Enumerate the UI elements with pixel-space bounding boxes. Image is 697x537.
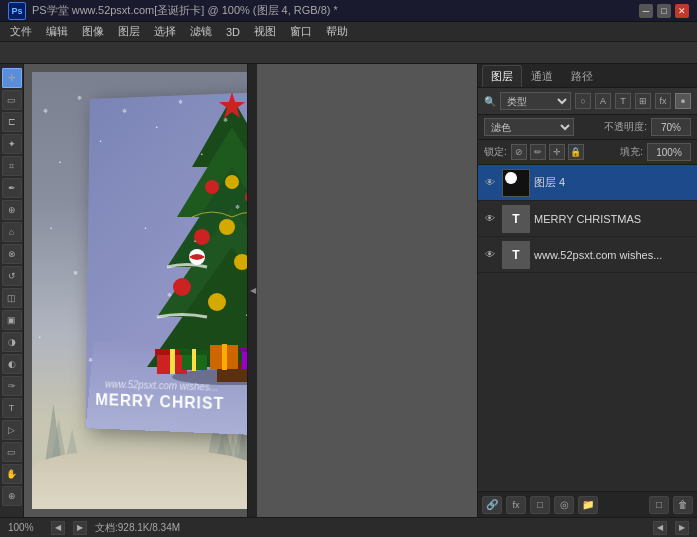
magic-wand-tool[interactable]: ✦ [2, 134, 22, 154]
snowflake: ❄ [43, 107, 48, 114]
close-button[interactable]: ✕ [675, 4, 689, 18]
filter-btn-5[interactable]: fx [655, 93, 671, 109]
new-layer-btn[interactable]: □ [649, 496, 669, 514]
zoom-level: 100% [8, 522, 43, 533]
lock-icons: ⊘ ✏ ✛ 🔒 [511, 144, 584, 160]
scroll-left-btn[interactable]: ◀ [653, 521, 667, 535]
menu-3d[interactable]: 3D [220, 24, 246, 40]
layer-name-merry: MERRY CHRISTMAS [534, 213, 693, 225]
window-title: PS学堂 www.52psxt.com[圣诞折卡] @ 100% (图层 4, … [32, 3, 338, 18]
pen-tool[interactable]: ✑ [2, 376, 22, 396]
path-select-tool[interactable]: ▷ [2, 420, 22, 440]
filter-btn-3[interactable]: T [615, 93, 631, 109]
tab-paths[interactable]: 路径 [562, 65, 602, 87]
heal-tool[interactable]: ⊕ [2, 200, 22, 220]
eyedropper-tool[interactable]: ✒ [2, 178, 22, 198]
layer-visibility-merry[interactable]: 👁 [482, 211, 498, 227]
svg-point-20 [173, 278, 191, 296]
layer-item-website[interactable]: 👁 T www.52psxt.com wishes... [478, 237, 697, 273]
lock-paint-btn[interactable]: ✏ [530, 144, 546, 160]
tab-channels[interactable]: 通道 [522, 65, 562, 87]
blend-mode-select[interactable]: 滤色 [484, 118, 574, 136]
title-bar-controls[interactable]: ─ □ ✕ [639, 4, 689, 18]
blend-mode-row: 滤色 不透明度: [478, 115, 697, 140]
layer-visibility-website[interactable]: 👁 [482, 247, 498, 263]
svg-point-22 [225, 175, 239, 189]
scroll-right-btn[interactable]: ▶ [675, 521, 689, 535]
lock-transparent-btn[interactable]: ⊘ [511, 144, 527, 160]
filter-btn-1[interactable]: ○ [575, 93, 591, 109]
history-brush-tool[interactable]: ↺ [2, 266, 22, 286]
filter-toggle[interactable]: ● [675, 93, 691, 109]
ps-icon: Ps [8, 2, 26, 20]
layer-thumb-4 [502, 169, 530, 197]
menu-filter[interactable]: 滤镜 [184, 22, 218, 41]
clone-tool[interactable]: ⊗ [2, 244, 22, 264]
layer-item-4[interactable]: 👁 图层 4 [478, 165, 697, 201]
zoom-tool[interactable]: ⊕ [2, 486, 22, 506]
blur-tool[interactable]: ◑ [2, 332, 22, 352]
canvas-area: www.52psxt.com wishes... MERRY CHRIST [24, 64, 477, 517]
snowflake: ❄ [77, 94, 82, 101]
panel-bottom: 🔗 fx □ ◎ 📁 □ 🗑 [478, 491, 697, 517]
lock-label: 锁定: [484, 145, 507, 159]
prev-btn[interactable]: ◀ [51, 521, 65, 535]
menu-select[interactable]: 选择 [148, 22, 182, 41]
menu-image[interactable]: 图像 [76, 22, 110, 41]
next-btn[interactable]: ▶ [73, 521, 87, 535]
tab-layers[interactable]: 图层 [482, 65, 522, 87]
add-mask-btn[interactable]: □ [530, 496, 550, 514]
snowflake: • [59, 159, 61, 165]
title-bar: Ps PS学堂 www.52psxt.com[圣诞折卡] @ 100% (图层 … [0, 0, 697, 22]
lock-all-btn[interactable]: 🔒 [568, 144, 584, 160]
filter-btn-4[interactable]: ⊞ [635, 93, 651, 109]
hand-tool[interactable]: ✋ [2, 464, 22, 484]
lock-move-btn[interactable]: ✛ [549, 144, 565, 160]
move-tool[interactable]: ✛ [2, 68, 22, 88]
layer-item-merry[interactable]: 👁 T MERRY CHRISTMAS [478, 201, 697, 237]
workspace: ✛ ▭ ⊏ ✦ ⌗ ✒ ⊕ ⌂ ⊗ ↺ ◫ ▣ ◑ ◐ ✑ T ▷ ▭ ✋ ⊕ [0, 64, 697, 517]
filter-type-select[interactable]: 类型 [500, 92, 571, 110]
link-layers-btn[interactable]: 🔗 [482, 496, 502, 514]
lasso-tool[interactable]: ⊏ [2, 112, 22, 132]
layer-visibility-4[interactable]: 👁 [482, 175, 498, 191]
svg-rect-33 [192, 349, 196, 371]
minimize-button[interactable]: ─ [639, 4, 653, 18]
type-tool[interactable]: T [2, 398, 22, 418]
filter-btn-2[interactable]: A [595, 93, 611, 109]
maximize-button[interactable]: □ [657, 4, 671, 18]
left-toolbar: ✛ ▭ ⊏ ✦ ⌗ ✒ ⊕ ⌂ ⊗ ↺ ◫ ▣ ◑ ◐ ✑ T ▷ ▭ ✋ ⊕ [0, 64, 24, 517]
menu-layer[interactable]: 图层 [112, 22, 146, 41]
menu-file[interactable]: 文件 [4, 22, 38, 41]
opacity-input[interactable] [651, 118, 691, 136]
fill-label: 填充: [620, 145, 643, 159]
adjustment-btn[interactable]: ◎ [554, 496, 574, 514]
title-bar-left: Ps PS学堂 www.52psxt.com[圣诞折卡] @ 100% (图层 … [8, 2, 338, 20]
menu-help[interactable]: 帮助 [320, 22, 354, 41]
delete-layer-btn[interactable]: 🗑 [673, 496, 693, 514]
svg-rect-35 [222, 344, 227, 370]
menu-edit[interactable]: 编辑 [40, 22, 74, 41]
card-scene: www.52psxt.com wishes... MERRY CHRIST [32, 72, 257, 509]
panel-collapse[interactable]: ◀ [247, 64, 257, 517]
layer-thumb-merry: T [502, 205, 530, 233]
fill-input[interactable] [647, 143, 691, 161]
panel-tabs: 图层 通道 路径 [478, 64, 697, 88]
shape-tool[interactable]: ▭ [2, 442, 22, 462]
marquee-tool[interactable]: ▭ [2, 90, 22, 110]
dodge-tool[interactable]: ◐ [2, 354, 22, 374]
options-bar [0, 42, 697, 64]
menu-view[interactable]: 视图 [248, 22, 282, 41]
eraser-tool[interactable]: ◫ [2, 288, 22, 308]
menu-window[interactable]: 窗口 [284, 22, 318, 41]
brush-tool[interactable]: ⌂ [2, 222, 22, 242]
fx-btn[interactable]: fx [506, 496, 526, 514]
layer-info-merry: MERRY CHRISTMAS [534, 213, 693, 225]
new-group-btn[interactable]: 📁 [578, 496, 598, 514]
crop-tool[interactable]: ⌗ [2, 156, 22, 176]
gradient-tool[interactable]: ▣ [2, 310, 22, 330]
svg-point-25 [208, 293, 226, 311]
menu-bar: 文件 编辑 图像 图层 选择 滤镜 3D 视图 窗口 帮助 [0, 22, 697, 42]
status-bar: 100% ◀ ▶ 文档:928.1K/8.34M ◀ ▶ [0, 517, 697, 537]
search-icon: 🔍 [484, 96, 496, 107]
